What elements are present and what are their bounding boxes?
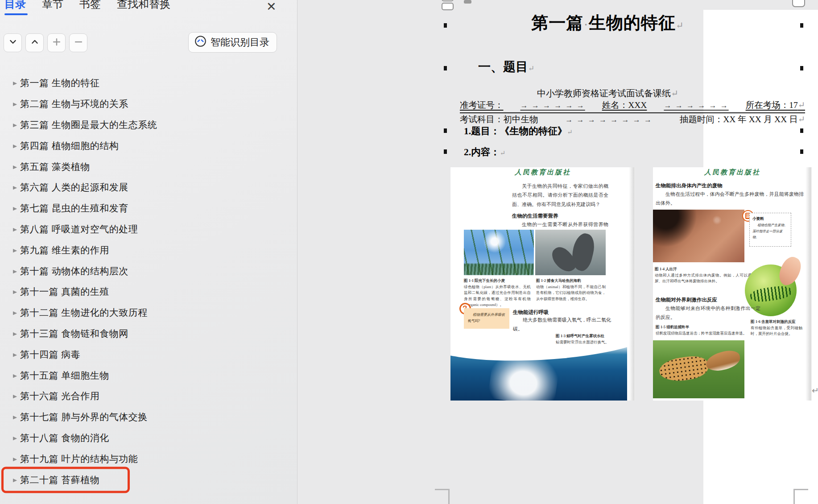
expand-triangle-icon[interactable]: ▶: [13, 393, 20, 399]
toc-item-label: 第四篇 植物细胞的结构: [20, 140, 119, 152]
toc-item[interactable]: ▶第一篇 生物的特征: [0, 73, 297, 94]
toc-item[interactable]: ▶第八篇 呼吸道对空气的处理: [0, 219, 297, 240]
toc-item[interactable]: ▶第四篇 植物细胞的结构: [0, 135, 297, 156]
book-intro: 关于生物的共同特征，专家们做出的概括也不尽相同。请你分析下面的概括是否全面、准确…: [512, 182, 608, 209]
toc-item[interactable]: ▶第十四篇 病毒: [0, 344, 297, 365]
tab-chapters-label: 章节: [42, 0, 63, 10]
tab-contents[interactable]: 目录: [4, 0, 26, 15]
expand-triangle-icon[interactable]: ▶: [13, 289, 20, 295]
page-break-icon[interactable]: [442, 0, 454, 12]
toc-item-label: 第二篇 生物与环境的关系: [20, 98, 128, 110]
toc-item[interactable]: ▶第三篇 生物圈是最大的生态系统: [0, 115, 297, 136]
book-text-waste: 生物在生活过程中，体内会不断产生多种废物，并且能将废物排出体外。: [656, 190, 804, 208]
toc-item[interactable]: ▶第十一篇 真菌的生殖: [0, 281, 297, 302]
return-mark: ↵: [812, 385, 818, 396]
wheat-photo: [464, 230, 534, 275]
doc-paper-title: 中小学教师资格证考试面试备课纸↵: [406, 87, 810, 99]
toc-item[interactable]: ▶第十三篇 食物链和食物网: [0, 323, 297, 344]
exam-form-row2: 考试科目：初中生物 → → → → → → → → 抽题时间：XX 年 XX 月…: [460, 113, 805, 125]
doc-title-part2: 生物的特征: [589, 13, 676, 32]
toc-item[interactable]: ▶第十六篇 光合作用: [0, 386, 297, 407]
toc-item-label: 第十一篇 真菌的生殖: [20, 285, 109, 298]
toc-item-label: 第八篇 呼吸道对空气的处理: [20, 223, 138, 235]
toc-item[interactable]: ▶第六篇 人类的起源和发展: [0, 177, 297, 198]
close-icon[interactable]: ✕: [266, 1, 277, 13]
textbook-page-left[interactable]: 人民教育出版社 关于生物的共同特征，专家们做出的概括也不尽相同。请你分析下面的概…: [450, 167, 635, 401]
expand-triangle-icon[interactable]: ▶: [13, 456, 20, 462]
whale-photo: [450, 346, 627, 401]
toc-item-label: 第十八篇 食物的消化: [20, 432, 109, 444]
page-corner-icon[interactable]: [792, 0, 805, 7]
toc-item[interactable]: ▶第十二篇 生物进化的大致历程: [0, 302, 297, 323]
caption-fig1-6: 图 1-6 含羞草对刺激的反应有些植物如含羞草，受到碰触时，展开的叶片会合拢。: [751, 319, 802, 337]
toc-item[interactable]: ▶第十八篇 食物的消化: [0, 428, 297, 449]
doc-topic-line: 1.题目：《生物的特征》↵: [464, 124, 573, 137]
return-mark: ↵: [671, 88, 678, 98]
toc-item[interactable]: ▶第五篇 藻类植物: [0, 156, 297, 177]
zoom-in-button[interactable]: [47, 33, 66, 52]
expand-triangle-icon[interactable]: ▶: [13, 372, 20, 378]
expand-triangle-icon[interactable]: ▶: [13, 143, 20, 149]
expand-triangle-icon[interactable]: ▶: [13, 101, 20, 107]
doc-content-line: 2.内容：↵: [464, 145, 505, 158]
expand-triangle-icon[interactable]: ▶: [13, 331, 20, 337]
doc-section-heading: 一、题目↵: [478, 58, 534, 75]
frame-anchor-mark: [800, 128, 803, 133]
toc-item[interactable]: ▶第十五篇 单细胞生物: [0, 365, 297, 386]
admission-no-label: 准考证号：: [460, 99, 504, 111]
expand-triangle-icon[interactable]: ▶: [13, 206, 20, 211]
frame-anchor-mark: [800, 66, 803, 70]
toc-item[interactable]: ▶第七篇 昆虫的生殖和发育: [0, 198, 297, 219]
frame-anchor-mark: [444, 128, 447, 133]
toc-item-label: 第十三篇 食物链和食物网: [20, 327, 128, 340]
toc-item-label: 第七篇 昆虫的生殖和发育: [20, 202, 128, 215]
expand-triangle-icon[interactable]: ▶: [13, 185, 20, 190]
expand-triangle-icon[interactable]: ▶: [13, 247, 20, 253]
smart-recognize-toc-label: 智能识别目录: [211, 36, 269, 49]
expand-triangle-icon[interactable]: ▶: [13, 80, 20, 86]
expand-triangle-icon[interactable]: ▶: [13, 227, 20, 232]
expand-triangle-icon[interactable]: ▶: [13, 164, 20, 169]
toc-item[interactable]: ▶第二篇 生物与环境的关系: [0, 94, 297, 115]
toc-item[interactable]: ▶第九篇 维生素的作用: [0, 240, 297, 260]
tab-bookmarks[interactable]: 书签: [79, 0, 101, 15]
smart-recognize-toc-button[interactable]: 智能识别目录: [188, 32, 277, 53]
expand-all-button[interactable]: [25, 33, 44, 52]
draw-time-field: 抽题时间：XX 年 XX 月 XX 日↵: [680, 113, 805, 125]
caption-fig1-1: 图 1-1 阳光下生长的小麦绿色植物（plant）从外界吸收水、无机盐和二氧化碳…: [464, 278, 531, 308]
toc-item[interactable]: ▶第十篇 动物体的结构层次: [0, 260, 297, 281]
expand-triangle-icon[interactable]: ▶: [13, 268, 20, 274]
collapse-all-button[interactable]: [4, 33, 22, 52]
toc-item-label: 第六篇 人类的起源和发展: [20, 181, 128, 194]
expand-triangle-icon[interactable]: ▶: [13, 414, 20, 420]
chevron-down-icon: [9, 38, 17, 48]
tab-find-replace[interactable]: 查找和替换: [117, 0, 170, 15]
expand-triangle-icon[interactable]: ▶: [13, 477, 20, 483]
expand-triangle-icon[interactable]: ▶: [13, 310, 20, 316]
tab-chapters[interactable]: 章节: [42, 0, 63, 15]
toc-item-label: 第三篇 生物圈是最大的生态系统: [20, 119, 157, 131]
expand-triangle-icon[interactable]: ▶: [13, 435, 20, 441]
toc-list: ▶第一篇 生物的特征▶第二篇 生物与环境的关系▶第三篇 生物圈是最大的生态系统▶…: [0, 73, 297, 490]
publisher-logo: 人民教育出版社: [653, 168, 812, 177]
expand-triangle-icon[interactable]: ▶: [13, 351, 20, 357]
toc-item[interactable]: ▶第十七篇 肺与外界的气体交换: [0, 407, 297, 428]
toc-item[interactable]: ▶第二十篇 苔藓植物: [0, 469, 297, 490]
zoom-out-button[interactable]: [69, 33, 87, 52]
textbook-page-right[interactable]: 人民教育出版社 生物能排出身体内产生的废物 生物在生活过程中，体内会不断产生多种…: [653, 167, 812, 401]
page-gap-handle-icon: [464, 0, 471, 4]
frame-anchor-mark: [444, 149, 447, 154]
expand-triangle-icon[interactable]: ▶: [13, 122, 20, 128]
book-text-breathing: 绝大多数生物需要吸入氧气，呼出二氧化碳。: [513, 315, 611, 334]
toc-item-label: 第十二篇 生物进化的大致历程: [20, 306, 148, 319]
toc-item-label: 第十篇 动物体的结构层次: [20, 265, 128, 277]
space-mark: ·: [583, 20, 589, 29]
content-label: 2.内容：: [464, 147, 500, 157]
tab-find-replace-label: 查找和替换: [117, 0, 170, 10]
tab-marks: → → → → → → → →: [565, 116, 653, 124]
subject-field: 考试科目：初中生物: [460, 113, 538, 125]
chevron-up-icon: [31, 38, 39, 48]
toc-item[interactable]: ▶第十九篇 叶片的结构与功能: [0, 448, 297, 469]
publisher-logo: 人民教育出版社: [450, 168, 635, 177]
toc-item-label: 第十四篇 病毒: [20, 348, 80, 361]
